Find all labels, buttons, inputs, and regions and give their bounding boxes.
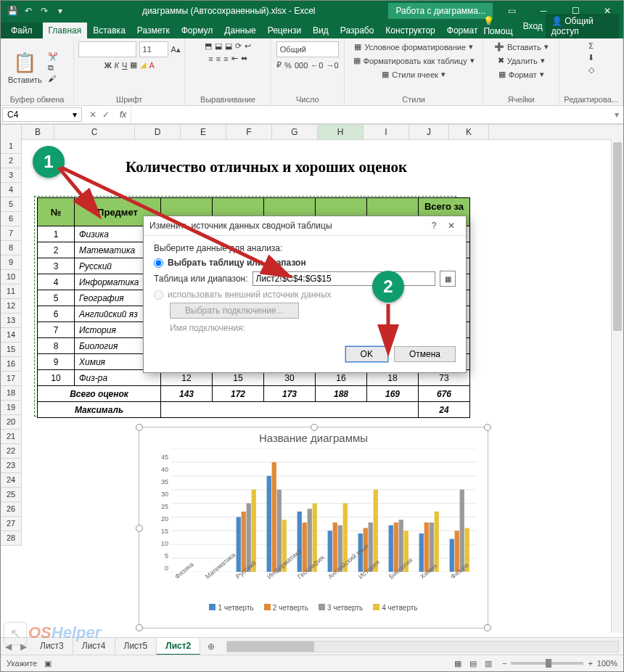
row-header[interactable]: 4 bbox=[1, 183, 21, 197]
row-header[interactable]: 20 bbox=[1, 415, 21, 430]
row-header[interactable]: 24 bbox=[1, 473, 21, 488]
radio-external-source[interactable]: использовать внешний источник данных bbox=[154, 290, 456, 300]
col-header[interactable]: K bbox=[449, 125, 489, 139]
resize-handle[interactable] bbox=[136, 525, 143, 532]
zoom-value[interactable]: 100% bbox=[597, 659, 617, 668]
row-header[interactable]: 17 bbox=[1, 372, 21, 386]
signin-link[interactable]: Вход bbox=[523, 21, 543, 31]
row-header[interactable]: 12 bbox=[1, 299, 21, 314]
col-header[interactable]: E bbox=[181, 125, 226, 139]
sheet-tab[interactable]: Лист5 bbox=[115, 638, 157, 655]
vertical-scrollbar[interactable] bbox=[611, 139, 623, 633]
row-header[interactable]: 3 bbox=[1, 168, 21, 183]
copy-icon[interactable]: ⧉ bbox=[48, 63, 58, 73]
range-picker-icon[interactable]: ▦ bbox=[440, 271, 456, 287]
autosum-icon[interactable]: Σ bbox=[588, 41, 594, 50]
grow-font-icon[interactable]: A▴ bbox=[171, 45, 181, 54]
row-header[interactable]: 1 bbox=[1, 139, 21, 154]
formula-input[interactable] bbox=[131, 106, 610, 123]
row-header[interactable]: 9 bbox=[1, 255, 21, 270]
italic-button[interactable]: К bbox=[115, 61, 119, 70]
expand-formula-icon[interactable]: ▾ bbox=[610, 110, 623, 120]
add-sheet-icon[interactable]: ⊕ bbox=[200, 642, 222, 652]
paste-button[interactable]: 📋 Вставить bbox=[5, 50, 45, 86]
row-header[interactable]: 28 bbox=[1, 531, 21, 546]
format-as-table-button[interactable]: ▦ Форматировать как таблицу ▾ bbox=[353, 55, 475, 66]
percent-icon[interactable]: % bbox=[284, 61, 292, 70]
row-header[interactable]: 13 bbox=[1, 314, 21, 328]
scroll-thumb[interactable] bbox=[613, 142, 622, 331]
embedded-chart[interactable]: Название диаграммы 454035302520151050 Фи… bbox=[139, 427, 488, 628]
dialog-close-icon[interactable]: ✕ bbox=[443, 221, 460, 231]
row-header[interactable]: 11 bbox=[1, 284, 21, 299]
underline-button[interactable]: Ч bbox=[122, 61, 127, 70]
wrap-icon[interactable]: ↩ bbox=[245, 41, 251, 51]
tab-layout[interactable]: Разметк bbox=[131, 22, 176, 38]
row-header[interactable]: 7 bbox=[1, 226, 21, 241]
row-header[interactable]: 21 bbox=[1, 430, 21, 444]
col-header[interactable]: H bbox=[318, 125, 364, 139]
zoom-control[interactable]: − + 100% bbox=[502, 659, 617, 668]
range-input[interactable] bbox=[253, 271, 435, 286]
worksheet-grid[interactable]: BCDEFGHIJK 12345678910111213141516171819… bbox=[1, 124, 623, 633]
contextual-tab-label[interactable]: Работа с диаграмма... bbox=[388, 3, 493, 19]
fx-icon[interactable]: fx bbox=[115, 110, 131, 120]
format-painter-icon[interactable]: 🖌 bbox=[48, 74, 58, 83]
name-box[interactable]: C4▾ bbox=[2, 107, 82, 122]
col-header[interactable]: D bbox=[135, 125, 181, 139]
normal-view-icon[interactable]: ▦ bbox=[451, 659, 464, 668]
tab-design[interactable]: Конструктор bbox=[379, 22, 440, 38]
row-header[interactable]: 18 bbox=[1, 386, 21, 401]
align-right-icon[interactable]: ≡ bbox=[223, 54, 228, 63]
macro-record-icon[interactable]: ▣ bbox=[44, 659, 52, 668]
page-layout-icon[interactable]: ▤ bbox=[467, 659, 480, 668]
insert-cells-button[interactable]: ➕ Вставить ▾ bbox=[494, 41, 549, 52]
horizontal-scrollbar[interactable] bbox=[226, 641, 619, 652]
zoom-in-icon[interactable]: + bbox=[588, 659, 592, 668]
number-format-combo[interactable]: Общий bbox=[276, 41, 339, 57]
chevron-down-icon[interactable]: ▾ bbox=[73, 110, 77, 120]
row-header[interactable]: 22 bbox=[1, 444, 21, 459]
row-header[interactable]: 8 bbox=[1, 241, 21, 255]
row-header[interactable]: 14 bbox=[1, 328, 21, 343]
tab-formulas[interactable]: Формул bbox=[176, 22, 219, 38]
cut-icon[interactable]: ✂️ bbox=[48, 52, 58, 62]
dec-dec-icon[interactable]: →0 bbox=[326, 61, 338, 70]
row-header[interactable]: 6 bbox=[1, 212, 21, 226]
page-break-icon[interactable]: ▥ bbox=[482, 659, 495, 668]
tab-view[interactable]: Вид bbox=[307, 22, 334, 38]
row-header[interactable]: 25 bbox=[1, 488, 21, 502]
enter-formula-icon[interactable]: ✓ bbox=[102, 110, 110, 120]
zoom-slider[interactable] bbox=[511, 662, 583, 665]
row-header[interactable]: 10 bbox=[1, 270, 21, 284]
align-left-icon[interactable]: ≡ bbox=[208, 54, 213, 63]
tab-developer[interactable]: Разрабо bbox=[334, 22, 380, 38]
row-header[interactable]: 5 bbox=[1, 197, 21, 212]
bold-button[interactable]: Ж bbox=[104, 61, 112, 70]
font-size-combo[interactable]: 11 bbox=[139, 41, 168, 57]
select-all-corner[interactable] bbox=[1, 125, 22, 139]
resize-handle[interactable] bbox=[311, 424, 318, 431]
merge-icon[interactable]: ⬌ bbox=[241, 54, 247, 63]
currency-icon[interactable]: ₽ bbox=[276, 60, 282, 70]
inc-dec-icon[interactable]: ←0 bbox=[311, 61, 323, 70]
cell-styles-button[interactable]: ▦ Стили ячеек ▾ bbox=[382, 69, 445, 80]
scroll-thumb[interactable] bbox=[227, 642, 314, 652]
undo-icon[interactable]: ↶ bbox=[22, 5, 34, 17]
resize-handle[interactable] bbox=[484, 624, 491, 631]
tab-insert[interactable]: Вставка bbox=[87, 22, 131, 38]
zoom-out-icon[interactable]: − bbox=[502, 659, 506, 668]
align-center-icon[interactable]: ≡ bbox=[216, 54, 221, 63]
fill-color-icon[interactable]: ◢ bbox=[140, 60, 146, 70]
row-header[interactable]: 23 bbox=[1, 459, 21, 473]
col-header[interactable]: C bbox=[54, 125, 135, 139]
delete-cells-button[interactable]: ✖ Удалить ▾ bbox=[498, 55, 545, 66]
ok-button[interactable]: OK bbox=[345, 346, 388, 362]
help-tell-me[interactable]: 💡 Помощ bbox=[483, 16, 520, 36]
font-color-icon[interactable]: A bbox=[149, 61, 154, 70]
col-header[interactable]: I bbox=[364, 125, 409, 139]
radio-select-range[interactable]: Выбрать таблицу или диапазон bbox=[154, 258, 456, 268]
cancel-formula-icon[interactable]: ✕ bbox=[89, 110, 97, 120]
col-header[interactable]: G bbox=[272, 125, 318, 139]
clear-icon[interactable]: ◇ bbox=[588, 65, 594, 75]
